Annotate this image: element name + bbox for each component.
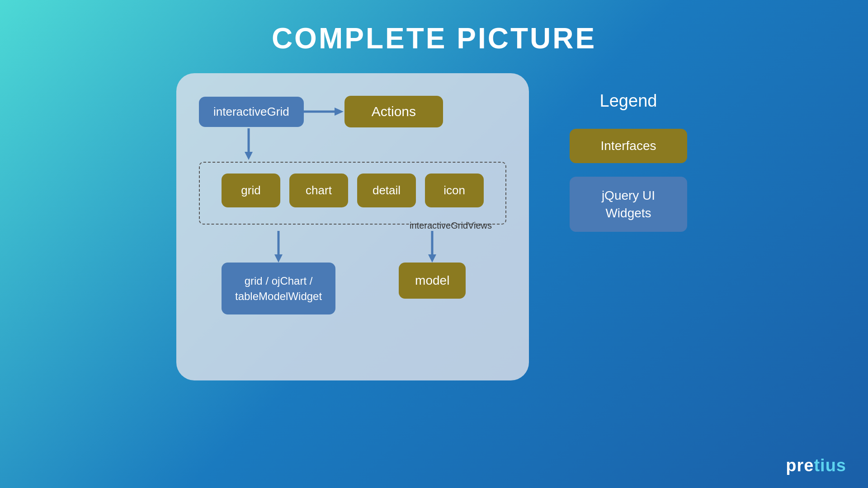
node-grid-ojchart: grid / ojChart / tableModelWidget [222,263,335,314]
bottom-section: grid / ojChart / tableModelWidget model [199,231,506,314]
legend-interfaces: Interfaces [570,129,687,163]
right-bottom-col: model [399,231,466,299]
svg-marker-1 [335,108,344,116]
node-model: model [399,263,466,299]
arrow-down-left [272,231,285,263]
svg-marker-3 [245,152,253,160]
main-container: interactiveGrid Actions grid char [0,73,868,380]
logo-tius: tius [814,456,846,475]
legend-widgets: jQuery UI Widgets [570,177,687,232]
node-icon: icon [425,174,484,207]
views-row: grid chart detail icon [209,174,496,207]
top-row: interactiveGrid Actions [199,96,506,127]
node-actions: Actions [344,96,443,127]
arrow-down-right [425,231,439,263]
dashed-box: grid chart detail icon interactiveGridVi… [199,162,506,225]
page-title: COMPLETE PICTURE [0,0,868,55]
node-interactive-grid: interactiveGrid [199,97,304,127]
views-label: interactiveGridViews [410,221,492,231]
node-chart: chart [289,174,348,207]
legend-section: Legend Interfaces jQuery UI Widgets [565,91,692,232]
node-grid: grid [222,174,280,207]
svg-marker-5 [274,254,283,263]
pretius-logo: pretius [786,456,846,475]
logo-pre: pre [786,456,814,475]
left-bottom-col: grid / ojChart / tableModelWidget [222,231,335,314]
node-detail: detail [357,174,416,207]
legend-title: Legend [600,91,657,111]
diagram-box: interactiveGrid Actions grid char [176,73,529,380]
views-section: grid chart detail icon interactiveGridVi… [199,162,506,314]
svg-marker-7 [428,254,436,263]
arrow-down-1 [199,128,255,162]
